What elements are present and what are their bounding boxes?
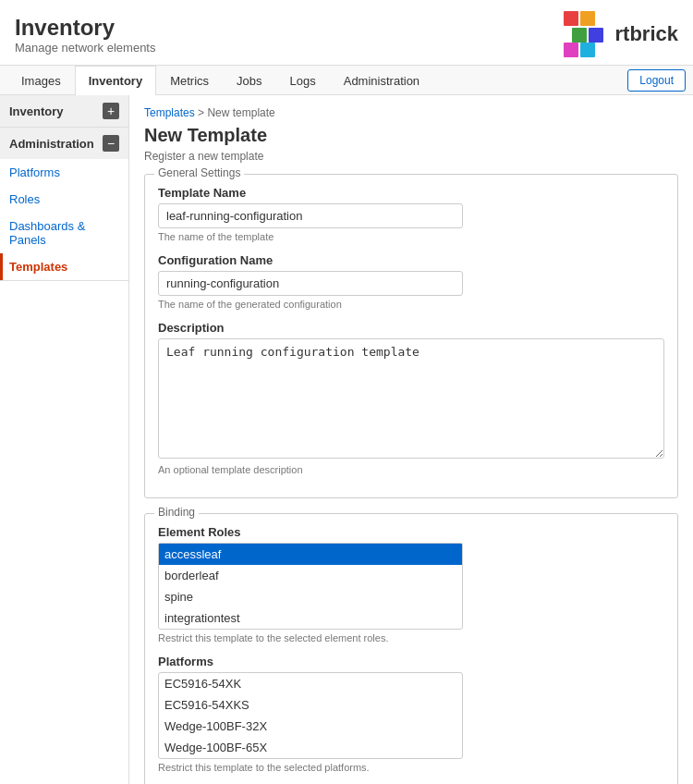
sidebar-item-templates[interactable]: Templates — [0, 253, 128, 280]
sidebar-administration-header: Administration − — [0, 128, 128, 159]
header-left: Inventory Manage network elements — [15, 15, 155, 55]
template-name-label: Template Name — [158, 186, 664, 200]
app-title: Inventory — [15, 15, 155, 41]
general-settings-section: General Settings Template Name The name … — [144, 174, 678, 498]
element-roles-hint: Restrict this template to the selected e… — [158, 632, 664, 643]
description-label: Description — [158, 321, 664, 335]
element-role-borderleaf[interactable]: borderleaf — [159, 565, 462, 586]
element-role-accessleaf[interactable]: accessleaf — [159, 544, 462, 565]
app-subtitle: Manage network elements — [15, 41, 155, 55]
breadcrumb-separator: > — [195, 106, 208, 119]
binding-legend: Binding — [154, 506, 199, 519]
element-role-spine[interactable]: spine — [159, 586, 462, 607]
sidebar-inventory-section: Inventory + — [0, 95, 128, 128]
description-textarea[interactable]: Leaf running configuration template — [158, 338, 664, 459]
description-hint: An optional template description — [158, 464, 664, 475]
navigation: Images Inventory Metrics Jobs Logs Admin… — [0, 66, 693, 95]
sidebar-item-platforms[interactable]: Platforms — [0, 159, 128, 186]
nav-jobs[interactable]: Jobs — [223, 66, 275, 95]
svg-rect-3 — [589, 28, 603, 43]
sidebar-inventory-header: Inventory + — [0, 95, 128, 127]
svg-rect-0 — [564, 11, 578, 26]
config-name-hint: The name of the generated configuration — [158, 299, 664, 310]
header: Inventory Manage network elements rtbric… — [0, 0, 693, 66]
sidebar-administration-collapse-button[interactable]: − — [103, 135, 119, 152]
nav-administration[interactable]: Administration — [330, 66, 433, 95]
breadcrumb-templates-link[interactable]: Templates — [144, 106, 195, 119]
breadcrumb: Templates > New template — [144, 106, 678, 119]
sidebar-administration-label: Administration — [9, 137, 94, 151]
sidebar-item-roles[interactable]: Roles — [0, 186, 128, 213]
svg-rect-5 — [580, 43, 595, 57]
sidebar-item-dashboards-panels[interactable]: Dashboards & Panels — [0, 213, 128, 253]
logo-text: rtbrick — [615, 22, 678, 46]
nav-inventory[interactable]: Inventory — [75, 66, 157, 95]
platforms-label: Platforms — [158, 655, 664, 668]
binding-section: Binding Element Roles accessleaf borderl… — [144, 513, 678, 784]
config-name-group: Configuration Name The name of the gener… — [158, 253, 664, 310]
rtbrick-logo-icon — [564, 11, 610, 57]
page-subtitle: Register a new template — [144, 150, 678, 163]
platforms-hint: Restrict this template to the selected p… — [158, 762, 664, 773]
platforms-group: Platforms EC5916-54XK EC5916-54XKS Wedge… — [158, 655, 664, 773]
platform-ec5916-54xks[interactable]: EC5916-54XKS — [159, 694, 462, 716]
sidebar-administration-section: Administration − Platforms Roles Dashboa… — [0, 128, 128, 281]
platform-wedge-100bf-65x[interactable]: Wedge-100BF-65X — [159, 737, 462, 758]
template-name-group: Template Name The name of the template — [158, 186, 664, 242]
config-name-input[interactable] — [158, 271, 463, 296]
svg-rect-4 — [564, 43, 578, 57]
element-role-integrationtest[interactable]: integrationtest — [159, 607, 462, 629]
svg-rect-2 — [572, 28, 587, 43]
element-roles-group: Element Roles accessleaf borderleaf spin… — [158, 525, 664, 643]
logo: rtbrick — [564, 11, 678, 57]
sidebar: Inventory + Administration − Platforms R… — [0, 95, 129, 784]
description-group: Description Leaf running configuration t… — [158, 321, 664, 475]
template-name-input[interactable] — [158, 203, 463, 228]
platforms-select[interactable]: EC5916-54XK EC5916-54XKS Wedge-100BF-32X… — [158, 672, 463, 759]
platform-ec5916-54xk[interactable]: EC5916-54XK — [159, 673, 462, 694]
sidebar-inventory-add-button[interactable]: + — [103, 103, 119, 119]
element-roles-label: Element Roles — [158, 525, 664, 539]
breadcrumb-current: New template — [207, 106, 274, 119]
platform-wedge-100bf-32x[interactable]: Wedge-100BF-32X — [159, 716, 462, 737]
layout: Inventory + Administration − Platforms R… — [0, 95, 693, 784]
page-title: New Template — [144, 125, 678, 146]
element-roles-select[interactable]: accessleaf borderleaf spine integrationt… — [158, 543, 463, 630]
template-name-hint: The name of the template — [158, 231, 664, 242]
main-content: Templates > New template New Template Re… — [129, 95, 693, 784]
general-settings-legend: General Settings — [154, 166, 244, 179]
nav-logs[interactable]: Logs — [276, 66, 330, 95]
nav-images[interactable]: Images — [7, 66, 75, 95]
nav-metrics[interactable]: Metrics — [156, 66, 223, 95]
sidebar-inventory-label: Inventory — [9, 104, 64, 118]
config-name-label: Configuration Name — [158, 253, 664, 267]
logout-button[interactable]: Logout — [627, 69, 686, 92]
svg-rect-1 — [580, 11, 595, 26]
